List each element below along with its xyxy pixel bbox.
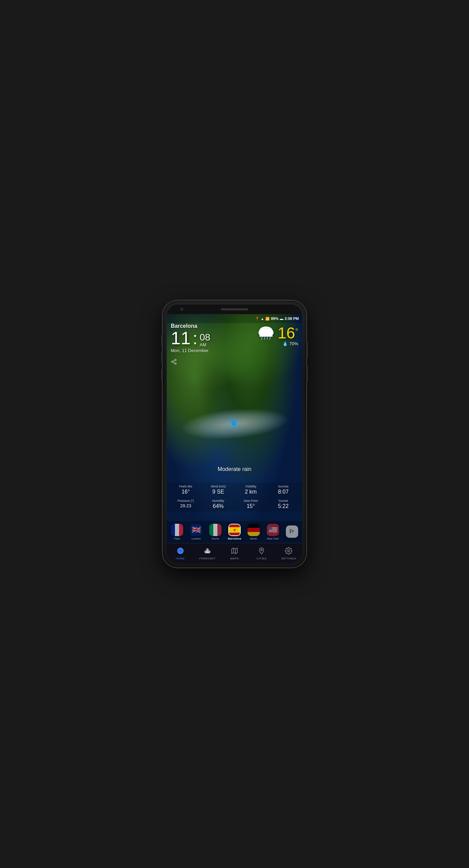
italian-flag	[209, 524, 221, 536]
settings-nav-label: SETTINGS	[281, 557, 296, 560]
wind-label: Wind (m/s)	[203, 485, 233, 488]
city-new-york[interactable]: New York	[264, 524, 282, 540]
phone-screen: 📍 ▲ 📶 89% ▬ 2:08 PM Barcelona 11 : 08 AM	[167, 305, 302, 563]
other-flag	[286, 525, 298, 538]
barcelona-label: Barcelona	[228, 537, 241, 540]
feels-like-stat: Feels like 16°	[169, 483, 202, 497]
nav-home[interactable]: HOME	[167, 545, 194, 562]
forecast-nav-label: FORECAST	[199, 557, 216, 560]
signal-status-icon: 📶	[265, 317, 269, 321]
cities-nav-label: CITIES	[257, 557, 267, 560]
maps-nav-icon	[231, 547, 238, 556]
barcelona-flag: ⚜	[228, 524, 241, 536]
svg-point-1	[172, 361, 173, 363]
cloud-rain-icon	[257, 324, 276, 341]
svg-line-9	[262, 337, 262, 339]
london-label: London	[192, 537, 201, 540]
battery-icon: ▬	[280, 317, 283, 321]
svg-point-14	[178, 548, 182, 553]
status-time: 2:08 PM	[284, 317, 299, 321]
wind-stat: Wind (m/s) 9 SE	[202, 483, 234, 497]
berlin-flag	[248, 524, 260, 536]
other-flag-img	[286, 525, 298, 538]
city-other[interactable]	[283, 525, 301, 539]
home-nav-label: HOME	[176, 557, 185, 560]
time-colon: :	[193, 329, 198, 347]
wifi-status-icon: ▲	[261, 317, 264, 321]
svg-line-3	[173, 362, 175, 363]
weather-condition-area: 16 ° 💧 70%	[257, 324, 298, 346]
temperature: 16	[278, 325, 295, 341]
nav-forecast[interactable]: FORECAST	[194, 545, 221, 562]
bottom-navigation: HOME FORECAST	[167, 543, 302, 563]
settings-nav-icon	[285, 547, 292, 556]
share-icon[interactable]	[171, 359, 177, 367]
svg-rect-20	[205, 551, 210, 553]
svg-rect-8	[259, 334, 272, 337]
paris-flag	[171, 524, 183, 536]
sunrise-stat: Sunrise 8:07	[267, 483, 300, 497]
new-york-label: New York	[267, 537, 279, 540]
cities-row: Paris London	[167, 521, 302, 543]
screen: 📍 ▲ 📶 89% ▬ 2:08 PM Barcelona 11 : 08 AM	[167, 314, 302, 563]
sunset-label: Sunset	[268, 499, 298, 503]
weather-icon-temp: 16 °	[257, 324, 298, 341]
humidity-stat: Humidity 64%	[202, 497, 234, 511]
phone-frame: 📍 ▲ 📶 89% ▬ 2:08 PM Barcelona 11 : 08 AM	[163, 300, 306, 568]
nav-settings[interactable]: SETTINGS	[275, 545, 302, 562]
berlin-label: Berlin	[250, 537, 257, 540]
humidity-stat-value: 64%	[203, 503, 233, 509]
dew-point-stat: Dew Point 15°	[234, 497, 267, 511]
forecast-nav-icon	[204, 547, 211, 556]
svg-line-11	[267, 337, 268, 339]
paris-label: Paris	[174, 537, 180, 540]
condition-description: Moderate rain	[167, 466, 302, 472]
humidity-row: 💧 70%	[257, 341, 298, 346]
pressure-label: Pressure (")	[171, 499, 201, 503]
svg-point-21	[261, 549, 263, 550]
date: Mon, 11 December	[171, 348, 298, 353]
status-bar: 📍 ▲ 📶 89% ▬ 2:08 PM	[167, 314, 302, 323]
sunset-value: 5:22	[268, 503, 298, 509]
pressure-value: 29.23	[171, 503, 201, 508]
battery-percent: 89%	[271, 317, 278, 321]
city-paris[interactable]: Paris	[168, 524, 186, 540]
city-barcelona[interactable]: ⚜ Barcelona	[226, 524, 243, 540]
dew-point-value: 15°	[236, 503, 266, 509]
feels-like-label: Feels like	[171, 485, 201, 488]
time-details: 08 AM	[200, 329, 210, 347]
time-minutes: 08	[200, 333, 210, 342]
sunset-stat: Sunset 5:22	[267, 497, 300, 511]
nav-cities[interactable]: CITIES	[248, 545, 275, 562]
maps-nav-label: MAPS	[230, 557, 239, 560]
svg-line-4	[173, 360, 175, 361]
svg-point-0	[175, 359, 176, 361]
phone-top-bar	[167, 305, 302, 314]
new-york-flag	[267, 524, 279, 536]
sunrise-label: Sunrise	[268, 485, 298, 488]
svg-line-10	[264, 337, 265, 339]
humidity-value: 70%	[289, 341, 298, 346]
svg-line-12	[270, 337, 270, 339]
humidity-drop-icon: 💧	[282, 341, 288, 346]
svg-point-22	[288, 550, 290, 552]
sunrise-value: 8:07	[268, 489, 298, 495]
nav-maps[interactable]: MAPS	[221, 545, 248, 562]
rome-flag	[209, 524, 221, 536]
svg-point-2	[175, 363, 176, 364]
uk-flag	[190, 524, 202, 536]
rome-label: Rome	[212, 537, 219, 540]
us-flag	[267, 524, 279, 536]
cities-nav-icon	[258, 547, 265, 556]
city-london[interactable]: London	[187, 524, 205, 540]
speaker-grille	[221, 308, 248, 310]
time-hour: 11	[171, 329, 191, 347]
location-dot	[232, 421, 236, 425]
city-berlin[interactable]: Berlin	[245, 524, 263, 540]
german-flag	[248, 524, 260, 536]
city-rome[interactable]: Rome	[206, 524, 224, 540]
pressure-stat: Pressure (") 29.23	[169, 497, 202, 511]
front-camera	[180, 308, 183, 311]
weather-stats-grid: Feels like 16° Wind (m/s) 9 SE Visibilit…	[167, 483, 302, 511]
status-icons: 📍 ▲ 📶 89% ▬ 2:08 PM	[255, 317, 299, 321]
